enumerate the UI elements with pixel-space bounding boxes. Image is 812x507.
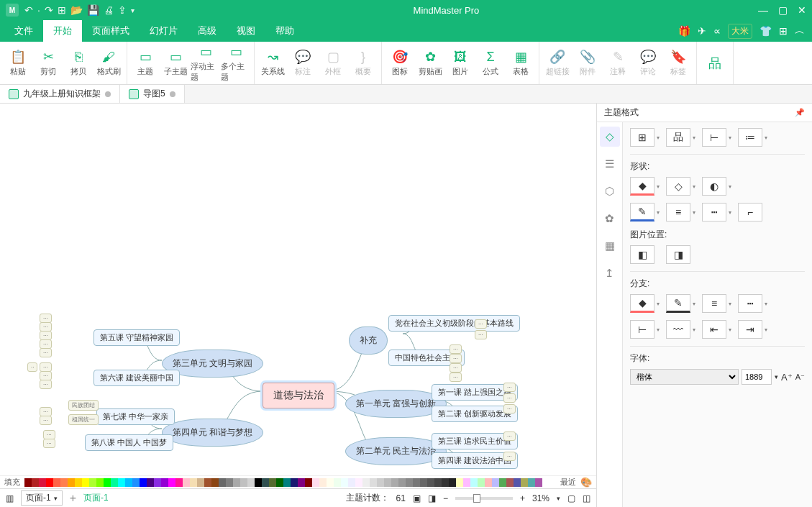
img-right[interactable]: ◨ <box>666 245 690 264</box>
shape-corner[interactable]: ◐ <box>702 177 726 196</box>
ribbon-图片[interactable]: 🖼图片 <box>445 45 475 81</box>
color-swatch[interactable] <box>514 478 521 487</box>
color-swatch[interactable] <box>118 478 125 487</box>
color-swatch[interactable] <box>291 478 298 487</box>
undo-icon[interactable]: ↶ <box>24 4 33 16</box>
node-tiny[interactable]: ··· <box>503 431 516 441</box>
branch-arrow-start[interactable]: ⇤ <box>702 320 726 339</box>
node-t4a2[interactable]: 祖国统一 <box>68 414 99 425</box>
open-icon[interactable]: 📂 <box>70 4 83 16</box>
pin-icon[interactable]: 📌 <box>795 108 805 117</box>
menu-slideshow[interactable]: 幻灯片 <box>140 20 188 42</box>
branch-curve[interactable]: 〰 <box>666 320 690 339</box>
maximize-icon[interactable]: ▢ <box>778 4 788 16</box>
color-swatch[interactable] <box>406 478 413 487</box>
ribbon-标签[interactable]: 🔖标签 <box>663 45 693 81</box>
color-swatch[interactable] <box>211 478 219 487</box>
branch-color[interactable]: ◆ <box>630 294 654 313</box>
color-swatches[interactable] <box>24 478 556 487</box>
zoom-value[interactable]: 31% <box>532 493 549 503</box>
sidetab-format[interactable]: ◇ <box>600 127 620 147</box>
layout-style-1[interactable]: ⊞ <box>630 128 654 147</box>
ribbon-拷贝[interactable]: ⎘拷贝 <box>63 45 93 81</box>
tshirt-icon[interactable]: 👕 <box>759 25 772 37</box>
color-swatch[interactable] <box>413 478 420 487</box>
color-swatch[interactable] <box>125 478 132 487</box>
color-swatch[interactable] <box>470 478 478 487</box>
color-swatch[interactable] <box>398 478 406 487</box>
add-page-icon[interactable]: + <box>70 492 76 505</box>
color-swatch[interactable] <box>312 478 319 487</box>
color-swatch[interactable] <box>204 478 211 487</box>
close-icon[interactable]: ✕ <box>798 4 806 16</box>
color-swatch[interactable] <box>39 478 46 487</box>
zoom-out-icon[interactable]: − <box>443 493 448 503</box>
sidetab-icons[interactable]: ⬡ <box>600 181 620 201</box>
redo-icon[interactable]: ↷ <box>45 4 53 16</box>
node-l3b[interactable]: 第六课 建设美丽中国 <box>93 370 180 386</box>
node-l3a[interactable]: 第五课 守望精神家园 <box>93 329 180 346</box>
color-swatch[interactable] <box>499 478 506 487</box>
ribbon-剪切[interactable]: ✂剪切 <box>33 45 63 81</box>
color-swatch[interactable] <box>442 478 449 487</box>
color-swatch[interactable] <box>456 478 463 487</box>
menu-pagestyle[interactable]: 页面样式 <box>82 20 140 42</box>
color-swatch[interactable] <box>269 478 276 487</box>
node-tiny[interactable]: ··· <box>450 344 462 354</box>
node-tiny[interactable]: ··· <box>450 363 462 373</box>
color-swatch[interactable] <box>420 478 427 487</box>
node-tiny[interactable]: ··· <box>43 439 55 448</box>
ribbon-概要[interactable]: }概要 <box>348 45 378 81</box>
save-icon[interactable]: 💾 <box>87 4 99 16</box>
color-swatch[interactable] <box>53 478 60 487</box>
node-tiny[interactable]: ··· <box>503 452 516 461</box>
color-swatch[interactable] <box>183 478 190 487</box>
color-swatch[interactable] <box>168 478 175 487</box>
node-t4a1[interactable]: 民族团结 <box>68 400 99 411</box>
canvas[interactable]: 道德与法治 补充 第一单元 富强与创新 第二单元 民主与法治 党在社会主义初级阶… <box>0 104 596 475</box>
ribbon-表格[interactable]: ▦表格 <box>506 45 536 81</box>
color-swatch[interactable] <box>89 478 96 487</box>
color-swatch[interactable] <box>219 478 226 487</box>
node-root[interactable]: 道德与法治 <box>263 383 334 408</box>
color-swatch[interactable] <box>240 478 247 487</box>
ribbon-粘贴[interactable]: 📋粘贴 <box>3 45 33 81</box>
color-swatch[interactable] <box>528 478 535 487</box>
color-swatch[interactable] <box>305 478 312 487</box>
color-swatch[interactable] <box>197 478 204 487</box>
border-style[interactable]: ┅ <box>702 203 726 221</box>
color-swatch[interactable] <box>233 478 240 487</box>
doc-tab-1[interactable]: 导图5 <box>120 85 185 103</box>
color-swatch[interactable] <box>75 478 82 487</box>
color-swatch[interactable] <box>60 478 68 487</box>
color-swatch[interactable] <box>348 478 355 487</box>
share-icon[interactable]: ∝ <box>713 25 721 37</box>
node-tiny[interactable]: ·· <box>27 362 37 372</box>
color-swatch[interactable] <box>341 478 348 487</box>
minimize-icon[interactable]: — <box>758 4 768 16</box>
color-swatch[interactable] <box>327 478 334 487</box>
ribbon-主题[interactable]: ▭主题 <box>130 45 160 81</box>
ribbon-多个主题[interactable]: ▭多个主题 <box>221 45 251 81</box>
color-swatch[interactable] <box>535 478 542 487</box>
color-swatch[interactable] <box>355 478 362 487</box>
color-swatch[interactable] <box>334 478 341 487</box>
ribbon-more[interactable]: 品 <box>700 45 730 81</box>
ribbon-子主题[interactable]: ▭子主题 <box>160 45 191 81</box>
zoom-in-icon[interactable]: + <box>520 493 525 503</box>
zoom-slider[interactable] <box>455 497 513 500</box>
export-icon[interactable]: ⇪ <box>118 4 127 16</box>
ribbon-标注[interactable]: 💬标注 <box>288 45 318 81</box>
menu-view[interactable]: 视图 <box>227 20 265 42</box>
ribbon-剪贴画[interactable]: ✿剪贴画 <box>415 45 445 81</box>
node-unit4[interactable]: 第四单元 和谐与梦想 <box>162 419 263 447</box>
color-swatch[interactable] <box>24 478 32 487</box>
fullscreen-icon[interactable]: ◫ <box>583 493 590 503</box>
node-tiny[interactable]: ··· <box>40 416 52 425</box>
page-tab[interactable]: 页面-1 <box>83 492 109 504</box>
branch-weight[interactable]: ≡ <box>702 294 726 313</box>
layout-style-3[interactable]: ⊢ <box>702 128 726 147</box>
ribbon-关系线[interactable]: ↝关系线 <box>257 45 288 81</box>
node-tiny[interactable]: ··· <box>475 330 487 339</box>
menu-file[interactable]: 文件 <box>4 20 43 42</box>
